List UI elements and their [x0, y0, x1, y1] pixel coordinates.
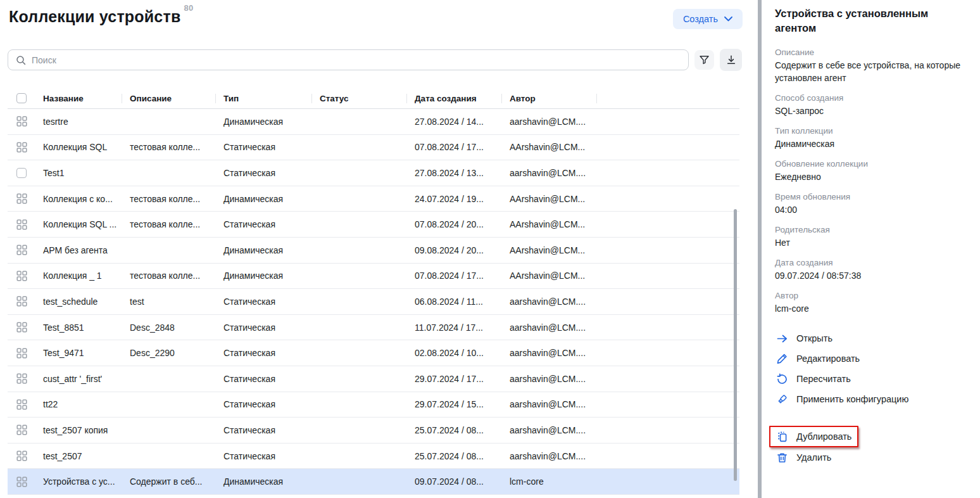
create-button[interactable]: Создать	[673, 9, 743, 29]
row-leading	[8, 296, 35, 307]
table-row[interactable]: Устройства с ус... Содержит в себ... Дин…	[8, 469, 739, 495]
cell-author: lcm-core	[502, 476, 597, 487]
cell-created: 25.07.2024 / 08...	[407, 425, 502, 435]
search-box[interactable]	[8, 49, 689, 70]
table-row[interactable]: Коллекция SQL тестовая колле... Статичес…	[8, 135, 739, 161]
table-row[interactable]: АРМ без агента Динамическая 09.08.2024 /…	[8, 238, 739, 264]
cell-description: тестовая колле...	[122, 271, 216, 281]
collection-grid-icon	[16, 245, 27, 255]
table-row[interactable]: Коллекция SQL ... тестовая колле... Стат…	[8, 212, 739, 238]
cell-created: 11.07.2024 / 17...	[407, 322, 502, 333]
row-leading	[8, 425, 35, 435]
cell-type: Динамическая	[216, 271, 312, 281]
table-row[interactable]: test_2507 Статическая 25.07.2024 / 08...…	[8, 444, 739, 469]
cell-author: AArshavin@LCM...	[502, 194, 597, 204]
cell-created: 24.07.2024 / 19...	[407, 194, 502, 204]
table-row[interactable]: test_2507 копия Статическая 25.07.2024 /…	[8, 418, 739, 444]
column-header-name[interactable]: Название	[35, 94, 122, 103]
collection-grid-icon	[16, 425, 27, 435]
cell-type: Статическая	[216, 374, 312, 384]
cell-description: Desc_2290	[122, 348, 216, 358]
action-arrow-right[interactable]: Открыть	[775, 328, 834, 348]
cell-author: aarshavin@LCM....	[502, 374, 597, 384]
trash-icon	[776, 452, 788, 464]
panel-field-label: Время обновления	[775, 191, 969, 203]
cell-author: AArshavin@LCM...	[502, 142, 597, 152]
table-row[interactable]: Коллекция с ко... тестовая колле... Дина…	[8, 186, 739, 212]
table-row[interactable]: Коллекция _ 1 тестовая колле... Динамиче…	[8, 264, 739, 290]
panel-field: Описание Содержит в себе все устройства,…	[775, 46, 969, 84]
cell-name: АРМ без агента	[35, 245, 122, 255]
cell-name: Test_8851	[35, 322, 122, 333]
filter-button[interactable]	[694, 50, 714, 70]
collection-grid-icon	[16, 322, 27, 333]
search-input[interactable]	[32, 55, 681, 65]
cell-description: тестовая колле...	[122, 142, 216, 152]
table-row[interactable]: Test1 Статическая 27.08.2024 / 13... aar…	[8, 160, 739, 186]
action-trash[interactable]: Удалить	[775, 447, 832, 468]
panel-field-label: Родительская	[775, 224, 969, 236]
details-actions: Открыть Редактировать Пересчитать Примен…	[775, 328, 969, 468]
action-apply-config[interactable]: Применить конфигурацию	[775, 389, 910, 409]
download-button[interactable]	[720, 49, 742, 71]
collection-grid-icon	[16, 193, 27, 204]
row-leading	[8, 168, 35, 178]
cell-author: aarshavin@LCM....	[502, 399, 597, 409]
collection-grid-icon	[16, 450, 27, 461]
details-panel: Устройства с установленным агентом Описа…	[762, 0, 980, 498]
cell-description: Desc_2848	[122, 322, 216, 333]
row-leading	[8, 476, 35, 487]
column-header-author[interactable]: Автор	[502, 94, 597, 103]
table-scrollbar-thumb[interactable]	[734, 209, 737, 481]
column-header-created[interactable]: Дата создания	[407, 94, 502, 103]
cell-created: 29.07.2024 / 15...	[407, 399, 502, 409]
search-icon	[16, 55, 26, 65]
cell-description: Содержит в себ...	[122, 476, 216, 487]
panel-field-label: Способ создания	[775, 92, 969, 105]
panel-field: Автор lcm-core	[775, 290, 969, 315]
cell-description: тестовая колле...	[122, 219, 216, 229]
cell-type: Статическая	[216, 399, 312, 409]
table-row[interactable]: test_schedule test Статическая 06.08.202…	[8, 289, 739, 315]
row-leading	[8, 219, 35, 230]
panel-field-value: 09.07.2024 / 08:57:38	[775, 269, 974, 282]
action-refresh[interactable]: Пересчитать	[775, 369, 852, 389]
duplicate-icon	[776, 431, 788, 443]
table-row[interactable]: cust_attr '_first' Статическая 29.07.202…	[8, 366, 739, 392]
refresh-icon	[776, 373, 788, 385]
cell-author: AArshavin@LCM...	[502, 219, 597, 229]
action-pencil[interactable]: Редактировать	[775, 348, 861, 369]
column-header-type[interactable]: Тип	[216, 94, 312, 103]
panel-field: Обновление коллекции Ежедневно	[775, 158, 969, 183]
action-duplicate[interactable]: Дублировать	[769, 426, 858, 447]
table-row[interactable]: tesrtre Динамическая 27.08.2024 / 14... …	[8, 109, 739, 135]
cell-created: 07.08.2024 / 20...	[407, 219, 502, 229]
collection-grid-icon	[16, 296, 27, 307]
row-leading	[8, 322, 35, 333]
panel-field: Дата создания 09.07.2024 / 08:57:38	[775, 257, 969, 282]
column-header-description[interactable]: Описание	[122, 94, 216, 103]
table-row[interactable]: Test_8851 Desc_2848 Статическая 11.07.20…	[8, 315, 739, 341]
row-checkbox[interactable]	[16, 168, 27, 178]
column-header-status[interactable]: Статус	[312, 94, 407, 103]
details-fields: Описание Содержит в себе все устройства,…	[775, 46, 969, 315]
row-leading	[8, 373, 35, 384]
cell-type: Статическая	[216, 297, 312, 307]
cell-type: Статическая	[216, 348, 312, 358]
details-panel-title: Устройства с установленным агентом	[775, 6, 965, 35]
cell-name: Коллекция с ко...	[35, 194, 122, 204]
row-leading	[8, 245, 35, 255]
collection-grid-icon	[16, 271, 27, 281]
cell-created: 25.07.2024 / 08...	[407, 451, 502, 461]
row-leading	[8, 142, 35, 153]
select-all-checkbox[interactable]	[16, 93, 27, 103]
table-row[interactable]: tt22 Статическая 29.07.2024 / 15... aars…	[8, 392, 739, 418]
table-row[interactable]: Test_9471 Desc_2290 Статическая 02.08.20…	[8, 340, 739, 366]
cell-description: тестовая колле...	[122, 194, 216, 204]
panel-field: Способ создания SQL-запрос	[775, 92, 969, 117]
cell-type: Динамическая	[216, 245, 312, 255]
page-header: Коллекции устройств80 Создать	[0, 0, 758, 29]
panel-field-value: 04:00	[775, 203, 974, 216]
row-leading	[8, 450, 35, 461]
cell-created: 27.08.2024 / 13...	[407, 168, 502, 178]
